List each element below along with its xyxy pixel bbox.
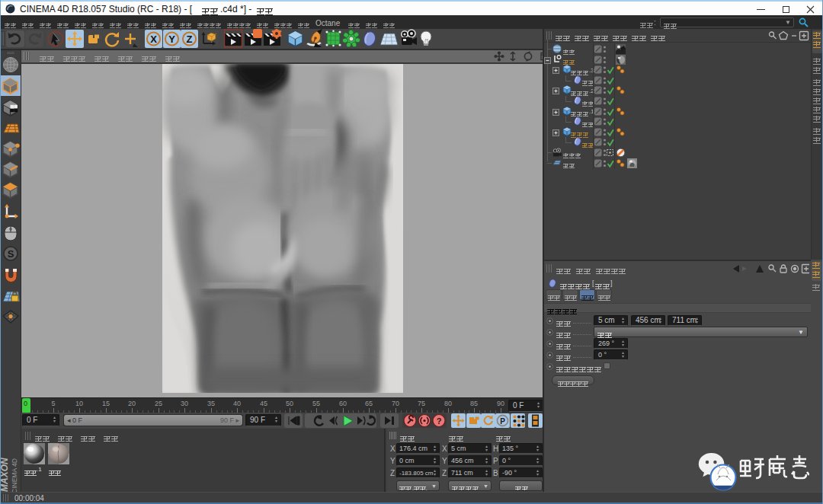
svg-text:MAXON: MAXON (0, 458, 10, 492)
svg-text:S: S (8, 248, 14, 260)
svg-text:X: X (150, 33, 157, 45)
svg-text:P: P (500, 417, 505, 426)
svg-text:Z: Z (187, 33, 193, 45)
svg-text:CINEMA 4D: CINEMA 4D (11, 458, 18, 493)
svg-text:?: ? (437, 416, 442, 426)
svg-text:Y: Y (168, 33, 175, 45)
